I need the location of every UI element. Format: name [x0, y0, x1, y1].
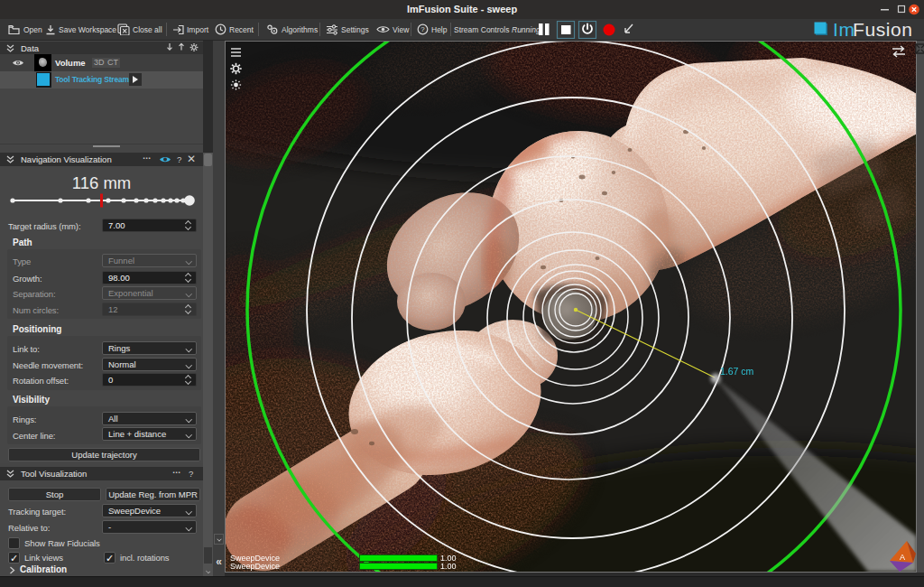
svg-text:A: A [900, 553, 905, 562]
svg-text:Fusion: Fusion [853, 22, 913, 38]
svg-text:?: ? [420, 25, 425, 33]
svg-text:Im: Im [833, 22, 855, 38]
svg-text:1.67 cm: 1.67 cm [720, 366, 754, 377]
